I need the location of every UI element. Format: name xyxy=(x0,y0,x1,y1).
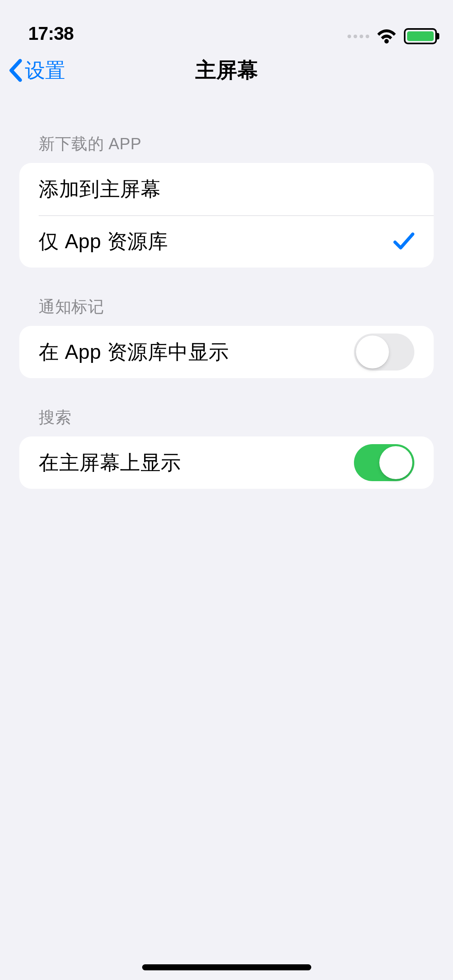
section-badges: 通知标记 在 App 资源库中显示 xyxy=(19,296,434,378)
switch-knob xyxy=(356,336,389,369)
switch-show-on-home[interactable] xyxy=(354,444,414,481)
screen: 17:38 设置 xyxy=(0,0,453,980)
switch-knob xyxy=(379,446,412,479)
group-badges: 在 App 资源库中显示 xyxy=(19,326,434,378)
chevron-left-icon xyxy=(8,58,23,82)
section-header-search: 搜索 xyxy=(19,406,434,436)
section-header-badges: 通知标记 xyxy=(19,296,434,326)
group-new-apps: 添加到主屏幕 仅 App 资源库 xyxy=(19,163,434,268)
checkmark-icon xyxy=(393,232,414,251)
battery-fill xyxy=(407,31,434,41)
row-app-library-only[interactable]: 仅 App 资源库 xyxy=(19,215,434,268)
nav-bar: 设置 主屏幕 xyxy=(0,44,453,97)
status-bar: 17:38 xyxy=(0,0,453,44)
switch-show-in-library[interactable] xyxy=(354,334,414,371)
status-right xyxy=(348,28,437,44)
row-show-on-home: 在主屏幕上显示 xyxy=(19,436,434,489)
page-title: 主屏幕 xyxy=(0,56,453,84)
section-new-apps: 新下载的 APP 添加到主屏幕 仅 App 资源库 xyxy=(19,133,434,268)
row-add-to-home[interactable]: 添加到主屏幕 xyxy=(19,163,434,215)
group-search: 在主屏幕上显示 xyxy=(19,436,434,489)
row-label: 在主屏幕上显示 xyxy=(39,449,181,476)
row-show-in-library: 在 App 资源库中显示 xyxy=(19,326,434,378)
row-label: 在 App 资源库中显示 xyxy=(39,339,229,366)
section-search: 搜索 在主屏幕上显示 xyxy=(19,406,434,489)
status-time: 17:38 xyxy=(28,23,74,44)
row-label: 仅 App 资源库 xyxy=(39,228,168,255)
content: 新下载的 APP 添加到主屏幕 仅 App 资源库 通知标记 xyxy=(0,133,453,489)
battery-icon xyxy=(404,28,437,44)
row-label: 添加到主屏幕 xyxy=(39,176,161,203)
back-button[interactable]: 设置 xyxy=(8,57,65,84)
home-indicator[interactable] xyxy=(142,964,311,970)
section-header-new-apps: 新下载的 APP xyxy=(19,133,434,163)
cellular-dots-icon xyxy=(348,35,369,38)
back-label: 设置 xyxy=(25,57,65,84)
wifi-icon xyxy=(376,29,397,43)
